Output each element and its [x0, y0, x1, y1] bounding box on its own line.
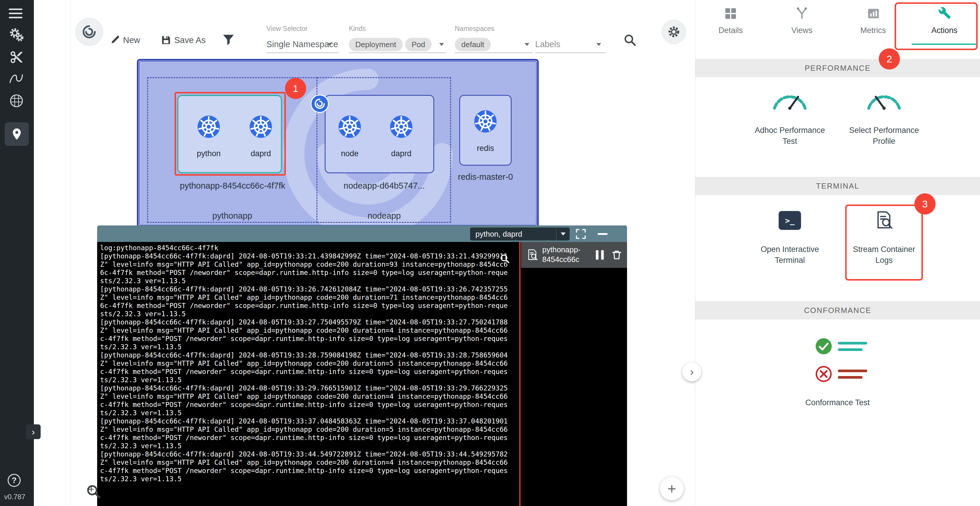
- deployment-pythonapp-label: pythonapp: [203, 211, 262, 221]
- tab-details[interactable]: Details: [695, 0, 766, 47]
- search-button[interactable]: [624, 34, 636, 48]
- plus-icon: +: [667, 480, 676, 497]
- pass-lines-icon: [838, 342, 867, 351]
- container-daprd2-icon[interactable]: [390, 115, 413, 138]
- stream-logs-icon: [874, 210, 894, 231]
- annotation-badge-3: 3: [914, 193, 935, 214]
- open-interactive-terminal-label: Open Interactive Terminal: [752, 244, 828, 266]
- gauge-icon: [771, 88, 809, 111]
- edit-pencil-icon: [110, 35, 120, 46]
- chevron-down-icon: [556, 228, 570, 241]
- kind-chip-deployment[interactable]: Deployment: [349, 38, 403, 51]
- terminal-panel: python, daprd log:pythonapp-8454cc66c-4f…: [97, 225, 627, 506]
- adhoc-performance-test-label: Adhoc Performance Test: [752, 125, 828, 147]
- tab-actions-label: Actions: [909, 26, 980, 35]
- add-node-fab[interactable]: +: [660, 477, 684, 500]
- pod-nodeapp-name: nodeapp-d64b5747...: [324, 181, 444, 191]
- section-conformance: CONFORMANCE: [695, 301, 980, 319]
- help-button[interactable]: ?: [8, 474, 21, 487]
- new-button[interactable]: New: [123, 35, 140, 45]
- tab-actions[interactable]: Actions: [909, 0, 980, 47]
- check-circle-icon: [815, 338, 832, 355]
- container-python-icon[interactable]: [197, 115, 220, 138]
- chevron-right-icon: ›: [32, 426, 35, 437]
- container-node-icon[interactable]: [338, 115, 361, 138]
- container-daprd2-label: daprd: [378, 149, 425, 158]
- settings-gear-button[interactable]: [662, 20, 686, 44]
- namespace-chip-default[interactable]: default: [455, 38, 491, 51]
- stream-container-logs-label: Stream Container Logs: [846, 244, 922, 266]
- deployment-nodeapp-label: nodeapp: [355, 211, 414, 221]
- annotation-badge-2: 2: [879, 48, 900, 70]
- grid-icon: [724, 7, 737, 20]
- chevron-right-icon: ›: [690, 366, 694, 378]
- tab-details-label: Details: [695, 26, 766, 35]
- app-version: v0.787: [4, 493, 25, 501]
- section-performance: PERFORMANCE: [695, 59, 980, 77]
- views-icon: [795, 6, 808, 19]
- section-performance-title: PERFORMANCE: [805, 64, 870, 73]
- container-daprd-icon[interactable]: [249, 115, 272, 138]
- section-terminal-title: TERMINAL: [816, 182, 859, 191]
- mesh-icon[interactable]: [9, 93, 24, 110]
- section-conformance-title: CONFORMANCE: [804, 306, 871, 315]
- flow-curve-icon[interactable]: [8, 71, 24, 87]
- location-pin-icon: [10, 127, 24, 141]
- sidebar-collapse-button[interactable]: ›: [26, 425, 41, 439]
- labels-value: Labels: [535, 40, 560, 49]
- dapr-designs-menu-button[interactable]: [75, 18, 103, 46]
- container-daprd-label: daprd: [237, 149, 284, 158]
- container-redis-icon[interactable]: [474, 110, 497, 133]
- terminal-divider: [519, 242, 520, 506]
- app-root: ? v0.787 › WA New: [0, 0, 980, 506]
- terminal-fullscreen-button[interactable]: [575, 228, 586, 241]
- container-python-label: python: [185, 149, 232, 158]
- delete-session-button[interactable]: [611, 250, 622, 262]
- select-performance-profile-label: Select Performance Profile: [846, 125, 922, 147]
- container-redis-label: redis: [462, 144, 509, 153]
- terminal-body: log:pythonapp-8454cc66c-4f7fk [pythonapp…: [97, 242, 627, 506]
- x-circle-icon: [815, 366, 832, 383]
- help-glyph: ?: [12, 476, 17, 485]
- gauge-icon: [865, 88, 903, 111]
- kind-chip-pod[interactable]: Pod: [405, 38, 431, 51]
- active-tab-underline: [912, 44, 976, 45]
- filter-button[interactable]: [221, 33, 235, 48]
- wrench-icon: [938, 6, 951, 19]
- canvas-zoom-button[interactable]: [86, 484, 101, 500]
- chevron-down-icon: [525, 43, 529, 46]
- session-log-icon: [527, 249, 539, 262]
- namespaces-label: Namespaces: [455, 25, 494, 33]
- dapr-sidecar-icon[interactable]: [310, 94, 329, 113]
- terminal-prompt-icon: >_: [779, 211, 801, 230]
- kinds-label: Kinds: [349, 25, 366, 33]
- chevron-down-icon: [439, 43, 444, 46]
- tab-metrics[interactable]: Metrics: [837, 0, 909, 47]
- container-node-label: node: [326, 149, 373, 158]
- terminal-header: python, daprd: [97, 225, 627, 242]
- settings-gears-icon[interactable]: [9, 27, 24, 44]
- metrics-icon: [867, 7, 880, 20]
- terminal-log-output[interactable]: log:pythonapp-8454cc66c-4f7fk [pythonapp…: [100, 244, 519, 504]
- tab-metrics-label: Metrics: [837, 26, 909, 35]
- conformance-test-label: Conformance Test: [799, 397, 876, 408]
- terminal-container-selector[interactable]: python, daprd: [470, 228, 570, 241]
- chevron-down-icon: [327, 43, 332, 46]
- terminal-container-selector-value: python, daprd: [470, 230, 556, 239]
- terminal-minimize-button[interactable]: [598, 233, 608, 235]
- terminal-session-item[interactable]: pythonapp-8454cc66c: [521, 242, 627, 268]
- annotation-badge-1: 1: [285, 78, 306, 99]
- tab-views[interactable]: Views: [766, 0, 837, 47]
- fail-lines-icon: [838, 370, 867, 379]
- chevron-down-icon: [597, 43, 601, 46]
- terminal-search-icon[interactable]: [500, 254, 510, 265]
- save-as-button[interactable]: Save As: [174, 35, 205, 45]
- pause-stream-button[interactable]: [596, 250, 604, 260]
- gear-icon: [667, 26, 680, 38]
- sidebar-item-kanvas-active[interactable]: [5, 122, 29, 146]
- panel-expand-chevron[interactable]: ›: [682, 362, 701, 381]
- tab-views-label: Views: [766, 26, 837, 35]
- menu-icon[interactable]: [9, 6, 22, 21]
- tools-scissors-icon[interactable]: [10, 50, 24, 65]
- view-selector-label: View Selector: [266, 25, 308, 33]
